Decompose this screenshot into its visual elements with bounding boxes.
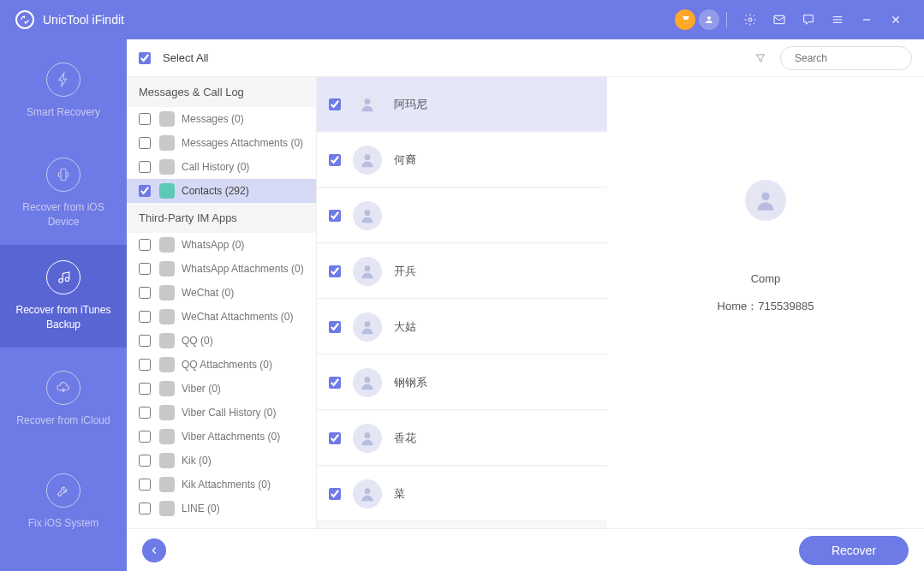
category-row[interactable]: Kik (0) [127, 449, 316, 473]
contact-checkbox[interactable] [329, 377, 341, 389]
contact-list-pane: 阿玛尼何裔开兵大姑钢钢系香花菜 [317, 77, 607, 528]
sidebar-item-label: Smart Recovery [27, 105, 100, 120]
select-all-checkbox[interactable] [139, 52, 151, 64]
settings-button[interactable] [737, 7, 763, 33]
content: Select All Messages & Call LogMessages (… [127, 39, 924, 571]
svg-point-11 [365, 321, 371, 327]
minimize-button[interactable] [854, 7, 879, 33]
contact-checkbox[interactable] [329, 321, 341, 333]
avatar [353, 146, 382, 175]
svg-point-15 [761, 193, 769, 200]
category-checkbox[interactable] [139, 479, 151, 491]
svg-point-9 [365, 210, 371, 216]
mail-button[interactable] [766, 7, 792, 33]
close-button[interactable] [883, 7, 909, 33]
category-row[interactable]: WeChat Attachments (0) [127, 305, 316, 329]
contact-checkbox[interactable] [329, 432, 341, 444]
sidebar-item-fix-system[interactable]: Fix iOS System [0, 450, 127, 553]
category-checkbox[interactable] [139, 383, 151, 395]
category-row[interactable]: WhatsApp (0) [127, 233, 316, 257]
category-checkbox[interactable] [139, 335, 151, 347]
category-checkbox[interactable] [139, 239, 151, 251]
category-checkbox[interactable] [139, 407, 151, 419]
category-checkbox[interactable] [139, 311, 151, 323]
menu-button[interactable] [825, 7, 850, 33]
avatar [353, 424, 382, 453]
back-button[interactable] [142, 538, 166, 562]
category-icon [159, 501, 175, 516]
category-row[interactable]: Viber Attachments (0) [127, 425, 316, 449]
toolbar: Select All [127, 39, 924, 77]
category-checkbox[interactable] [139, 503, 151, 514]
category-icon [159, 159, 175, 175]
contact-row[interactable]: 菜 [317, 467, 607, 521]
sidebar-item-icloud[interactable]: Recover from iCloud [0, 348, 127, 450]
category-icon [159, 237, 175, 253]
category-label: WeChat Attachments (0) [182, 311, 304, 323]
category-label: QQ Attachments (0) [182, 359, 304, 371]
contact-checkbox[interactable] [329, 98, 341, 110]
category-label: WeChat (0) [182, 287, 304, 299]
category-row[interactable]: LINE (0) [127, 497, 316, 520]
contact-row[interactable]: 阿玛尼 [317, 77, 607, 132]
app-logo-icon [15, 10, 34, 29]
feedback-button[interactable] [796, 7, 821, 33]
avatar [353, 312, 382, 342]
category-checkbox[interactable] [139, 359, 151, 371]
contact-checkbox[interactable] [329, 154, 341, 166]
category-label: Messages Attachments (0) [182, 137, 304, 149]
category-row[interactable]: Contacts (292) [127, 179, 316, 203]
svg-rect-2 [774, 15, 784, 23]
category-row[interactable]: Viber (0) [127, 377, 316, 401]
contact-checkbox[interactable] [329, 210, 341, 222]
category-checkbox[interactable] [139, 431, 151, 443]
category-row[interactable]: QQ Attachments (0) [127, 353, 316, 377]
category-checkbox[interactable] [139, 113, 151, 125]
category-checkbox[interactable] [139, 455, 151, 467]
category-row[interactable]: Messages Attachments (0) [127, 131, 316, 155]
contact-row[interactable]: 开兵 [317, 244, 607, 299]
avatar [353, 368, 382, 397]
category-label: Viber Call History (0) [182, 407, 304, 419]
category-row[interactable]: WhatsApp Attachments (0) [127, 257, 316, 281]
recover-button[interactable]: Recover [799, 536, 909, 565]
category-pane: Messages & Call LogMessages (0)Messages … [127, 77, 317, 528]
sidebar-item-smart-recovery[interactable]: Smart Recovery [0, 39, 127, 142]
category-row[interactable]: Messages (0) [127, 107, 316, 131]
detail-name: Comp [751, 272, 781, 285]
category-row[interactable]: Kik Attachments (0) [127, 473, 316, 497]
category-row[interactable]: WeChat (0) [127, 281, 316, 305]
category-checkbox[interactable] [139, 185, 151, 197]
cart-button[interactable] [675, 9, 695, 30]
cloud-icon [46, 371, 80, 405]
category-checkbox[interactable] [139, 137, 151, 149]
category-icon [159, 261, 175, 277]
contact-row[interactable]: 香花 [317, 411, 607, 466]
search-box[interactable] [780, 46, 912, 70]
contact-checkbox[interactable] [329, 265, 341, 277]
contact-row[interactable]: 何裔 [317, 133, 607, 187]
sidebar-item-itunes-backup[interactable]: Recover from iTunes Backup [0, 245, 127, 348]
contact-row[interactable]: 大姑 [317, 300, 607, 354]
search-input[interactable] [795, 52, 923, 64]
filter-button[interactable] [753, 51, 768, 66]
category-label: Viber Attachments (0) [182, 431, 304, 443]
contact-name: 何裔 [394, 152, 416, 168]
category-row[interactable]: Call History (0) [127, 155, 316, 179]
category-label: WhatsApp Attachments (0) [182, 263, 304, 275]
category-row[interactable]: QQ (0) [127, 329, 316, 353]
category-checkbox[interactable] [139, 287, 151, 299]
category-label: QQ (0) [182, 335, 304, 347]
category-checkbox[interactable] [139, 161, 151, 173]
contact-row[interactable]: 钢钢系 [317, 355, 607, 410]
category-row[interactable]: Viber Call History (0) [127, 401, 316, 425]
category-icon [159, 333, 175, 348]
sidebar-item-label: Recover from iTunes Backup [7, 303, 120, 332]
contact-checkbox[interactable] [329, 488, 341, 500]
contact-row[interactable] [317, 188, 607, 243]
category-checkbox[interactable] [139, 263, 151, 275]
category-icon [159, 285, 175, 300]
account-button[interactable] [699, 9, 719, 30]
sidebar-item-ios-device[interactable]: Recover from iOS Device [0, 142, 127, 245]
contact-name: 香花 [394, 431, 416, 446]
